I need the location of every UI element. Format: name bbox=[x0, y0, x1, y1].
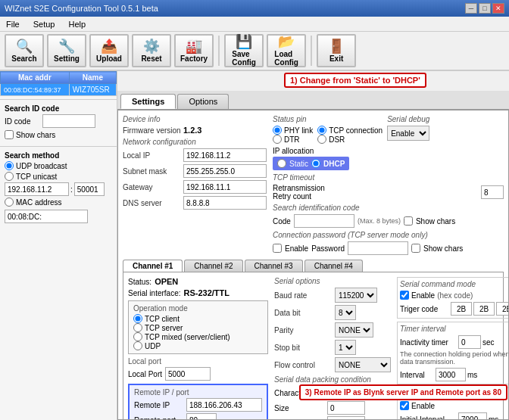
channel2-tab[interactable]: Channel #2 bbox=[184, 260, 242, 272]
setting-icon: 🔧 bbox=[58, 39, 75, 53]
udp-broadcast-radio[interactable] bbox=[5, 161, 14, 170]
phy-link-label: PHY link bbox=[284, 126, 313, 135]
port-separator: : bbox=[70, 185, 73, 194]
tcp-unicast-radio[interactable] bbox=[5, 172, 14, 181]
remote-port-label: Remote port bbox=[134, 416, 183, 421]
mac-input[interactable] bbox=[5, 210, 88, 223]
remote-port-input[interactable] bbox=[186, 413, 217, 420]
conn-enable-checkbox[interactable] bbox=[273, 244, 282, 253]
reconnection-input[interactable] bbox=[436, 368, 466, 381]
title-bar: WIZnet S2E Configuration Tool 0.5.1 beta… bbox=[0, 0, 509, 17]
ip-allocation-section: IP allocation Static DHCP bbox=[273, 147, 504, 170]
serial-debug-select[interactable]: Enable Disable bbox=[387, 126, 429, 141]
id-code-input[interactable] bbox=[42, 114, 95, 128]
search-identification-section: Search identification code Code (Max. 8 … bbox=[273, 204, 504, 228]
upload-label: Upload bbox=[96, 54, 122, 63]
tcp-connection-radio[interactable] bbox=[317, 126, 326, 135]
channel3-tab[interactable]: Channel #3 bbox=[245, 260, 303, 272]
initial-unit: ms bbox=[489, 415, 498, 421]
upload-button[interactable]: 📤 Upload bbox=[89, 34, 129, 67]
channel4-tab[interactable]: Channel #4 bbox=[304, 260, 363, 272]
serial-cmd-enable-checkbox[interactable] bbox=[400, 291, 409, 300]
subnet-input[interactable] bbox=[183, 164, 267, 178]
inactivity-unit: sec bbox=[482, 338, 495, 347]
inactivity-input[interactable] bbox=[458, 335, 481, 349]
trigger2-input[interactable] bbox=[473, 302, 495, 316]
load-icon: 📂 bbox=[278, 35, 295, 48]
maximize-btn[interactable]: □ bbox=[479, 3, 491, 14]
serial-iface-label: Serial interface: bbox=[128, 289, 180, 297]
baud-select[interactable]: 1152009600192003840057600 bbox=[335, 288, 377, 303]
hex-code-label: (hex code) bbox=[437, 291, 473, 300]
dsr-radio[interactable] bbox=[317, 135, 326, 144]
size-input[interactable] bbox=[327, 401, 365, 415]
dtr-radio[interactable] bbox=[273, 135, 282, 144]
menu-file[interactable]: File bbox=[3, 19, 23, 30]
parity-select[interactable]: NONEODDEVEN bbox=[335, 322, 373, 338]
menu-setup[interactable]: Setup bbox=[30, 19, 58, 30]
channel1-tab[interactable]: Channel #1 bbox=[123, 260, 183, 272]
trigger1-input[interactable] bbox=[451, 302, 472, 316]
local-port-label: Local Port bbox=[128, 370, 162, 378]
setting-button[interactable]: 🔧 Setting bbox=[47, 34, 86, 67]
trigger3-input[interactable] bbox=[496, 302, 509, 316]
conn-enable-label: Enable bbox=[285, 244, 308, 253]
device-info-label: Device info bbox=[123, 115, 267, 123]
search-code-input[interactable] bbox=[294, 214, 354, 228]
databit-select[interactable]: 87 bbox=[335, 305, 356, 320]
initial-interval-input[interactable] bbox=[458, 412, 487, 420]
tcp-mixed-radio[interactable] bbox=[133, 332, 142, 341]
dhcp-label: DHCP bbox=[323, 160, 345, 168]
toolbar-divider bbox=[218, 36, 220, 66]
search-icon: 🔍 bbox=[16, 39, 33, 53]
table-row[interactable]: 00:08:DC:54:89:37 WIZ705SR bbox=[1, 84, 117, 96]
static-radio[interactable] bbox=[277, 159, 286, 168]
tcp-client-radio[interactable] bbox=[133, 314, 142, 323]
phy-link-radio[interactable] bbox=[273, 126, 282, 135]
udp-radio[interactable] bbox=[133, 341, 142, 350]
left-panel: Mac addr Name 00:08:DC:54:89:37 WIZ705SR… bbox=[0, 71, 117, 420]
tcp-timeout-label: TCP timeout bbox=[273, 173, 504, 182]
tab-options[interactable]: Options bbox=[177, 94, 229, 109]
tcp-server-label: TCP server bbox=[145, 324, 183, 332]
search-method-label: Search method bbox=[5, 151, 112, 160]
gateway-input[interactable] bbox=[183, 180, 267, 194]
time-input[interactable] bbox=[327, 416, 365, 420]
exit-button[interactable]: 🚪 Exit bbox=[317, 34, 356, 67]
tcp-server-radio[interactable] bbox=[133, 323, 142, 332]
mac-address-radio[interactable] bbox=[5, 198, 14, 207]
trigger-label: Triger code bbox=[400, 305, 449, 313]
password-input[interactable] bbox=[348, 241, 408, 255]
factory-button[interactable]: 🏭 Factory bbox=[174, 34, 214, 67]
tcp-connection-label: TCP connection bbox=[329, 126, 383, 135]
menu-help[interactable]: Help bbox=[65, 19, 89, 30]
save-config-label: SaveConfig bbox=[232, 50, 256, 67]
search-method-section: Search method UDP broadcast TCP unicast … bbox=[0, 146, 117, 228]
save-config-button[interactable]: 💾 SaveConfig bbox=[224, 34, 264, 67]
serial-cmd-label: Serial command mode bbox=[400, 280, 509, 288]
search-id-label: Search ID code bbox=[5, 104, 112, 113]
flow-select[interactable]: NONEXON/XOFFRTS/CTS bbox=[335, 357, 391, 372]
load-config-button[interactable]: 📂 LoadConfig bbox=[267, 34, 306, 67]
retry-count-input[interactable] bbox=[481, 185, 504, 199]
keepalive-enable-checkbox[interactable] bbox=[400, 401, 409, 410]
local-port-input[interactable] bbox=[165, 367, 211, 381]
show-chars-checkbox[interactable] bbox=[5, 130, 14, 139]
pass-show-chars-checkbox[interactable] bbox=[411, 244, 420, 253]
local-ip-input[interactable] bbox=[183, 148, 267, 162]
port-input[interactable] bbox=[74, 182, 105, 196]
dhcp-radio[interactable] bbox=[311, 159, 320, 168]
dns-input[interactable] bbox=[183, 196, 267, 210]
close-btn[interactable]: ✕ bbox=[492, 3, 504, 14]
search-button[interactable]: 🔍 Search bbox=[5, 34, 44, 67]
search-show-chars-checkbox[interactable] bbox=[404, 216, 413, 226]
ip-input[interactable] bbox=[5, 182, 69, 196]
remote-ip-input[interactable] bbox=[186, 398, 262, 412]
minimize-btn[interactable]: ─ bbox=[465, 3, 477, 14]
device-table: Mac addr Name 00:08:DC:54:89:37 WIZ705SR bbox=[0, 71, 117, 96]
reset-button[interactable]: ⚙️ Reset bbox=[132, 34, 171, 67]
ip-allocation-label: IP allocation bbox=[273, 147, 314, 155]
stopbit-select[interactable]: 12 bbox=[335, 340, 356, 355]
tab-settings[interactable]: Settings bbox=[120, 94, 176, 109]
annotation-callout3: 3) Remote IP as Blynk server IP and Remo… bbox=[299, 384, 507, 400]
